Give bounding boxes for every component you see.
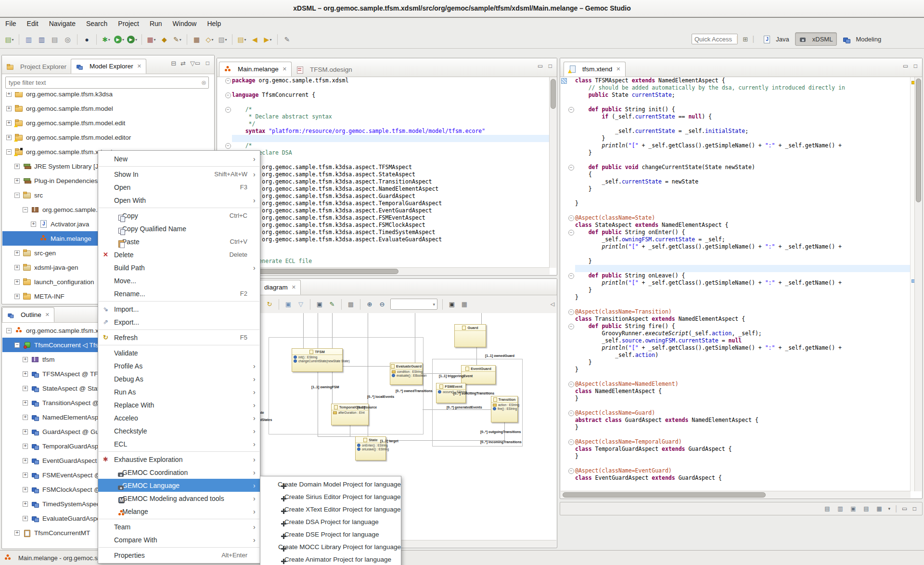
tree-expander[interactable]: +: [6, 120, 12, 126]
menu-item-refresh[interactable]: ↻RefreshF5: [98, 331, 260, 344]
export-edit-icon[interactable]: ✎: [326, 299, 338, 310]
menu-run[interactable]: Run: [144, 18, 167, 29]
menu-item-acceleo[interactable]: Acceleo›: [98, 411, 260, 424]
vertical-scrollbar[interactable]: [549, 77, 556, 268]
menu-project[interactable]: Project: [113, 18, 144, 29]
dropdown-arrow-icon[interactable]: ▾: [12, 38, 14, 42]
tree-expander[interactable]: +: [23, 429, 28, 434]
class-box-guard[interactable]: Guard: [454, 324, 486, 347]
tree-expander[interactable]: +: [6, 106, 12, 111]
tree-expander[interactable]: +: [23, 371, 28, 377]
new-wizard-icon[interactable]: ▤▾: [3, 34, 15, 45]
dropdown-arrow-icon[interactable]: ▾: [108, 38, 110, 42]
dropdown-arrow-icon[interactable]: ▾: [270, 38, 271, 42]
tab-outline[interactable]: Outline ✕: [2, 307, 54, 322]
tree-expander[interactable]: +: [23, 487, 28, 492]
brush-icon[interactable]: ✎: [281, 34, 293, 45]
back-icon[interactable]: ◀: [249, 34, 261, 45]
menu-item-move-[interactable]: Move...: [98, 274, 260, 287]
scroll-lock-icon[interactable]: ▥: [836, 505, 844, 513]
menu-item-new[interactable]: New›: [98, 152, 260, 165]
class-box-evaluateguard[interactable]: EvaluateGuardcondition : EStringevaluate…: [390, 363, 423, 385]
tree-expander[interactable]: +: [14, 250, 20, 256]
goto-last-edit-icon[interactable]: ✎▾: [171, 34, 183, 45]
menu-item-show-in[interactable]: Show InShift+Alt+W›: [98, 168, 260, 181]
fold-marker-icon[interactable]: −: [568, 468, 574, 474]
save-all-icon[interactable]: ▥: [36, 34, 48, 45]
window-titlebar[interactable]: xDSML – org.gemoc.sample.tfsm.xdsml/src/…: [0, 0, 924, 18]
chevron-down-icon[interactable]: ▾: [888, 506, 890, 511]
fold-marker-icon[interactable]: −: [225, 107, 231, 113]
new-plugin-project-icon[interactable]: ◆: [158, 34, 170, 45]
refresh-diagram-icon[interactable]: ↻: [264, 299, 275, 310]
dropdown-arrow-icon[interactable]: ▾: [122, 38, 124, 42]
fold-marker-icon[interactable]: −: [568, 230, 574, 236]
tree-expander[interactable]: −: [6, 328, 12, 333]
class-box-transition[interactable]: Transitionaction : EStringfire() : EStri…: [491, 396, 518, 422]
menu-item-paste[interactable]: PasteCtrl+V: [98, 235, 260, 248]
layers-icon[interactable]: ▣: [282, 299, 294, 310]
menu-help[interactable]: Help: [202, 18, 226, 29]
quick-access-input[interactable]: [692, 34, 738, 44]
tree-item-org.gemoc.sample.tfsm.model[interactable]: +org.gemoc.sample.tfsm.model: [2, 101, 214, 116]
link-with-editor-icon[interactable]: ⇄: [180, 60, 186, 67]
snapshot-icon[interactable]: ▣: [446, 299, 458, 310]
tree-expander[interactable]: +: [31, 222, 36, 227]
collapse-all-icon[interactable]: ⊟: [171, 60, 176, 67]
fold-marker-icon[interactable]: −: [225, 78, 231, 84]
menu-item-copy-qualified-name[interactable]: Copy Qualified Name: [98, 222, 260, 235]
fold-marker-icon[interactable]: −: [568, 324, 574, 329]
tab-model-explorer[interactable]: Model Explorer✕: [71, 59, 146, 74]
forward-icon[interactable]: ▶▾: [262, 34, 274, 45]
zoom-level-select[interactable]: ▾: [390, 299, 437, 310]
horizontal-scrollbar[interactable]: [561, 491, 911, 498]
new-java-element-icon[interactable]: ✱▾: [100, 34, 112, 45]
tree-expander[interactable]: +: [6, 92, 12, 97]
menu-item-debug-as[interactable]: Debug As›: [98, 372, 260, 385]
save-icon[interactable]: ▥: [23, 34, 35, 45]
tab-tfsm-xtend[interactable]: tfsm.xtend ✕: [564, 62, 626, 77]
tree-expander[interactable]: +: [23, 400, 28, 406]
pin-console-icon[interactable]: ▣: [849, 505, 857, 513]
perspective-java[interactable]: Java: [759, 33, 793, 45]
close-icon[interactable]: ✕: [137, 63, 141, 69]
submenu-item-create-mocc-library-project-for-language[interactable]: Create MOCC Library Project for language: [260, 540, 401, 553]
perspective-modeling[interactable]: Modeling: [839, 33, 885, 45]
open-perspective-icon[interactable]: ⊞: [741, 35, 749, 43]
dropdown-arrow-icon[interactable]: ▾: [180, 38, 181, 42]
tree-item-org.gemoc.sample.tfsm.model.editor[interactable]: +org.gemoc.sample.tfsm.model.editor: [2, 130, 214, 145]
submenu-item-create-dse-project-for-language[interactable]: Create DSE Project for language: [260, 528, 401, 540]
coverage-icon[interactable]: ▦▾: [145, 34, 157, 45]
filters-icon[interactable]: ▽: [295, 299, 307, 310]
class-box-tfsm[interactable]: TFSMinit() : EStringchangeCurrentState(n…: [292, 348, 343, 372]
external-tools-icon[interactable]: ▶▾: [126, 34, 138, 45]
tree-expander[interactable]: +: [23, 516, 28, 521]
close-icon[interactable]: ✕: [45, 312, 50, 318]
tree-expander[interactable]: +: [23, 501, 28, 507]
tree-expander[interactable]: −: [6, 149, 12, 155]
tree-expander[interactable]: −: [14, 193, 20, 198]
run-last-launched-icon[interactable]: ●: [81, 34, 93, 45]
tree-expander[interactable]: +: [23, 386, 28, 391]
menu-item-gemoc-language[interactable]: GEMOC Language›: [98, 479, 260, 492]
menu-window[interactable]: Window: [167, 18, 202, 29]
tree-expander[interactable]: +: [14, 279, 20, 285]
fold-marker-icon[interactable]: −: [568, 165, 574, 171]
menu-item-replace-with[interactable]: Replace With›: [98, 398, 260, 411]
menu-file[interactable]: File: [0, 18, 22, 29]
open-type-icon[interactable]: ◇▾: [204, 34, 216, 45]
export-as-image-icon[interactable]: ▣: [314, 299, 325, 310]
minimize-maximize-buttons[interactable]: ▭ □: [538, 63, 554, 69]
display-console-icon[interactable]: ▤: [862, 505, 870, 513]
submenu-item-create-sirius-editor-project-for-language[interactable]: Create Sirius Editor Project for languag…: [260, 490, 401, 503]
clear-filter-icon[interactable]: ⊗: [201, 79, 206, 86]
fold-marker-icon[interactable]: −: [568, 439, 574, 445]
close-icon[interactable]: ✕: [292, 284, 296, 290]
menu-item-build-path[interactable]: Build Path›: [98, 261, 260, 274]
menu-item-properties[interactable]: PropertiesAlt+Enter: [98, 549, 260, 562]
view-menu-icon[interactable]: ▽: [190, 60, 195, 67]
tree-expander[interactable]: +: [23, 458, 28, 463]
tab-tfsm-odesign[interactable]: TFSM.odesign: [292, 63, 357, 77]
submenu-item-create-dsa-project-for-language[interactable]: Create DSA Project for language: [260, 515, 401, 528]
paste-layout-icon[interactable]: ▩: [345, 299, 357, 310]
